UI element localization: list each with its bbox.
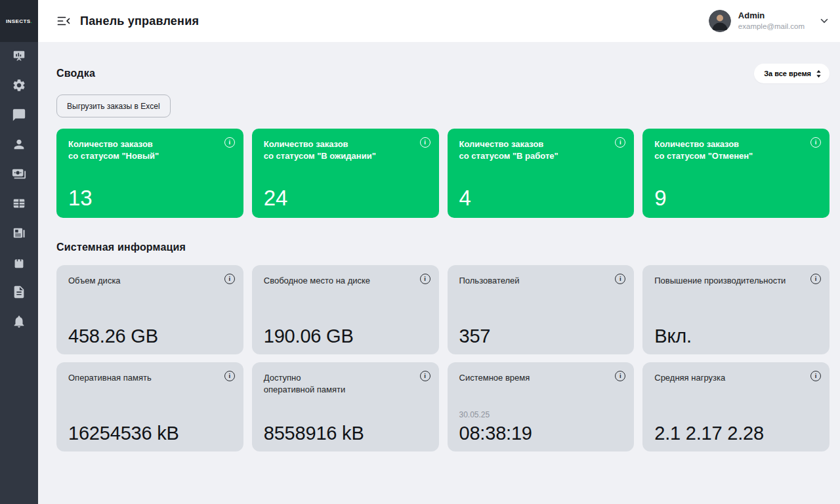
card-value: 08:38:19: [459, 423, 532, 444]
user-menu[interactable]: Admin example@mail.com: [709, 10, 828, 32]
card-value: 13: [68, 186, 93, 211]
user-meta: Admin example@mail.com: [738, 10, 805, 32]
chevron-down-icon[interactable]: [820, 18, 828, 24]
system-card-time: Системное время 30.05.25 08:38:19: [448, 362, 635, 452]
system-card-disk-free: Свободное место на диске 190.06 GB: [252, 265, 439, 354]
user-email: example@mail.com: [738, 22, 805, 31]
avatar-image: [709, 10, 731, 32]
card-value: Вкл.: [654, 326, 692, 347]
card-value: 458.26 GB: [68, 326, 158, 347]
content: Сводка За все время Выгрузить заказы в E…: [38, 42, 840, 452]
summary-heading: Сводка: [56, 68, 95, 79]
info-icon[interactable]: [420, 371, 430, 381]
summary-card-pending: Количество заказовсо статусом "В ожидани…: [252, 129, 439, 218]
system-heading: Системная информация: [56, 242, 830, 253]
summary-header-row: Сводка За все время: [56, 64, 830, 83]
info-icon[interactable]: [420, 274, 430, 284]
sidebar-item-news[interactable]: [11, 225, 27, 241]
card-title: Объем диска: [68, 275, 232, 287]
card-title: Количество заказовсо статусом "В работе": [459, 138, 623, 163]
card-value: 190.06 GB: [264, 326, 354, 347]
system-card-users: Пользователей 357: [448, 265, 635, 354]
sidebar-nav: [0, 42, 38, 329]
dashboard-icon: [12, 49, 26, 63]
summary-card-inprogress: Количество заказовсо статусом "В работе"…: [448, 129, 635, 218]
card-value: 8558916 kB: [264, 423, 364, 444]
sidebar-item-settings[interactable]: [11, 77, 27, 93]
card-title: Количество заказовсо статусом "В ожидани…: [264, 138, 427, 163]
collapse-sidebar-icon: [56, 13, 72, 29]
info-icon[interactable]: [224, 371, 235, 381]
sidebar-item-chat[interactable]: [11, 107, 27, 123]
users-icon: [12, 137, 26, 152]
period-filter-value: За все время: [764, 70, 811, 77]
system-card-disk-total: Объем диска 458.26 GB: [56, 265, 243, 354]
document-icon: [12, 285, 26, 299]
payments-icon: [12, 167, 26, 181]
card-value: 2.1 2.17 2.28: [654, 423, 764, 444]
system-card-ram-free: Доступно оперативной памяти 8558916 kB: [252, 362, 439, 452]
system-card-performance: Повышение производительности Вкл.: [642, 265, 830, 354]
info-icon[interactable]: [615, 371, 625, 381]
sidebar-item-table[interactable]: [11, 196, 27, 211]
card-title: Количество заказовсо статусом "Новый": [68, 138, 232, 163]
sidebar-item-documents[interactable]: [11, 284, 27, 300]
sidebar: INSECTS.: [0, 0, 38, 504]
info-icon[interactable]: [420, 137, 430, 148]
export-excel-button[interactable]: Выгрузить заказы в Excel: [56, 94, 171, 117]
header: Панель управления Admin example@mail.com: [38, 0, 840, 42]
info-icon[interactable]: [810, 274, 821, 284]
news-icon: [12, 226, 26, 240]
avatar: [709, 10, 731, 32]
chat-icon: [12, 108, 26, 122]
logo-dot: .: [30, 18, 32, 24]
page-title: Панель управления: [80, 14, 199, 28]
logo-text: INSECTS: [6, 18, 30, 24]
info-icon[interactable]: [810, 371, 821, 381]
card-title: Количество заказовсо статусом "Отменен": [654, 138, 818, 163]
info-icon[interactable]: [615, 274, 625, 284]
summary-card-new: Количество заказовсо статусом "Новый" 13: [56, 129, 243, 218]
card-title: Свободное место на диске: [264, 275, 427, 287]
info-icon[interactable]: [810, 137, 821, 148]
sidebar-item-shop[interactable]: [11, 255, 27, 270]
info-icon[interactable]: [224, 137, 235, 148]
system-card-ram-total: Оперативная память 16254536 kB: [56, 362, 243, 452]
card-value: 9: [654, 186, 666, 211]
card-value: 16254536 kB: [68, 423, 179, 444]
shopping-bag-icon: [12, 255, 26, 270]
collapse-sidebar-button[interactable]: [55, 12, 72, 30]
summary-card-cancelled: Количество заказовсо статусом "Отменен" …: [642, 129, 830, 218]
sidebar-item-users[interactable]: [11, 136, 27, 152]
info-icon[interactable]: [615, 137, 625, 148]
main-column: Панель управления Admin example@mail.com…: [38, 0, 840, 504]
settings-icon: [12, 78, 26, 93]
card-value: 357: [459, 326, 491, 347]
card-title: Пользователей: [459, 275, 623, 287]
card-value: 24: [264, 186, 288, 211]
user-name: Admin: [738, 10, 805, 21]
sidebar-item-payments[interactable]: [11, 166, 27, 182]
card-value: 4: [459, 186, 471, 211]
unfold-arrows-icon: [816, 70, 822, 78]
app: INSECTS.: [0, 0, 840, 504]
system-cards-grid: Объем диска 458.26 GB Свободное место на…: [56, 265, 830, 452]
card-title: Доступно оперативной памяти: [264, 372, 372, 396]
card-title: Повышение производительности: [654, 275, 818, 287]
logo[interactable]: INSECTS.: [0, 0, 38, 42]
summary-cards-grid: Количество заказовсо статусом "Новый" 13…: [56, 129, 830, 218]
sidebar-item-notifications[interactable]: [11, 314, 27, 329]
sidebar-item-dashboard[interactable]: [11, 48, 27, 64]
info-icon[interactable]: [224, 274, 235, 284]
card-title: Системное время: [459, 372, 623, 384]
card-title: Средняя нагрузка: [654, 372, 818, 384]
card-date: 30.05.25: [459, 410, 490, 419]
period-filter-dropdown[interactable]: За все время: [754, 64, 830, 83]
table-icon: [12, 196, 26, 211]
card-title: Оперативная память: [68, 372, 232, 384]
notifications-icon: [12, 314, 26, 329]
system-card-load: Средняя нагрузка 2.1 2.17 2.28: [642, 362, 830, 452]
